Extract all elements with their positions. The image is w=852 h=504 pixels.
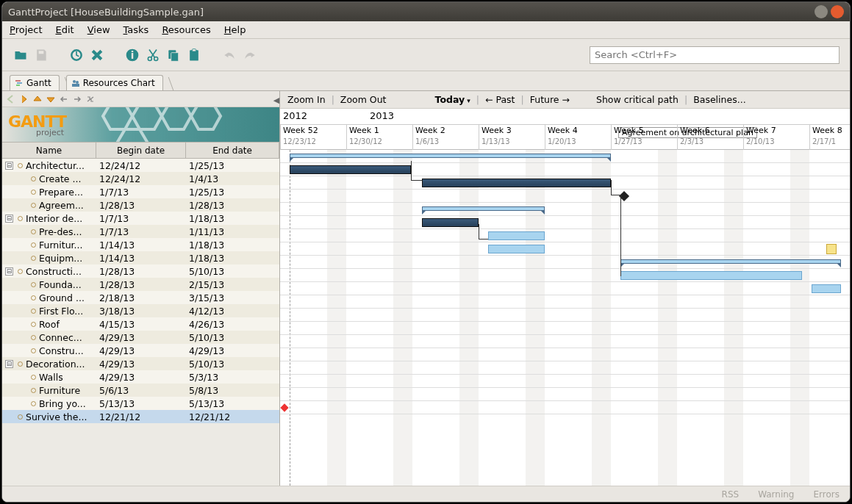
note-icon[interactable]: [826, 244, 837, 254]
past-button[interactable]: ← Past: [485, 94, 515, 105]
week-date: 1/13/13: [482, 137, 510, 145]
task-row[interactable]: ⊟Interior de...1/7/131/18/13: [2, 212, 279, 225]
expander-icon[interactable]: ⊟: [5, 360, 13, 368]
refresh-icon[interactable]: [68, 47, 85, 63]
task-bar[interactable]: [422, 218, 479, 227]
task-row[interactable]: Roof4/15/134/26/13: [2, 317, 279, 331]
status-rss[interactable]: RSS: [722, 489, 740, 500]
nav-back-icon[interactable]: [5, 93, 17, 105]
expander-icon[interactable]: ⊟: [5, 162, 13, 170]
critical-path-button[interactable]: Show critical path: [596, 94, 679, 105]
col-name[interactable]: Name: [2, 143, 96, 158]
task-row[interactable]: Agreem...1/28/131/28/13: [2, 198, 279, 212]
task-bullet-icon: [31, 176, 36, 181]
task-row[interactable]: Walls4/29/135/3/13: [2, 370, 279, 384]
task-row[interactable]: First Flo...3/18/134/12/13: [2, 304, 279, 317]
indent-icon[interactable]: [71, 93, 83, 105]
redo-icon[interactable]: [242, 47, 258, 63]
task-name: Interior de...: [26, 213, 82, 224]
task-row[interactable]: ⊟Architectur...12/24/121/25/13: [2, 159, 279, 172]
task-row[interactable]: Connec...4/29/135/10/13: [2, 331, 279, 344]
task-bullet-icon: [31, 295, 36, 300]
zoom-out-button[interactable]: Zoom Out: [340, 94, 387, 105]
task-row[interactable]: ⊟Decoration...4/29/135/10/13: [2, 357, 279, 370]
task-end: 12/21/12: [186, 411, 279, 422]
resources-icon: [71, 79, 80, 87]
menu-tasks[interactable]: Tasks: [123, 24, 149, 35]
future-button[interactable]: Future →: [530, 94, 570, 105]
open-icon[interactable]: [12, 47, 29, 63]
today-button[interactable]: Today: [435, 94, 470, 105]
baselines-button[interactable]: Baselines...: [693, 94, 745, 105]
gantt-chart[interactable]: [280, 150, 850, 486]
summary-bar[interactable]: [290, 154, 611, 158]
undo-icon[interactable]: [221, 47, 237, 63]
task-bar[interactable]: [488, 231, 545, 240]
task-row[interactable]: Equipm...1/14/131/18/13: [2, 251, 279, 264]
nav-down-icon[interactable]: [45, 93, 57, 105]
task-row[interactable]: Bring yo...5/13/135/13/13: [2, 397, 279, 410]
col-begin[interactable]: Begin date: [96, 143, 186, 158]
task-row[interactable]: Furniture5/6/135/8/13: [2, 384, 279, 397]
task-name: Constru...: [39, 345, 84, 356]
link-icon[interactable]: [85, 93, 96, 105]
task-row[interactable]: Create ...12/24/121/4/13: [2, 172, 279, 185]
task-row[interactable]: Survive the...12/21/1212/21/12: [2, 410, 279, 423]
task-bar[interactable]: [488, 245, 545, 253]
delete-icon[interactable]: [89, 47, 105, 63]
col-end[interactable]: End date: [186, 143, 279, 158]
menu-view[interactable]: View: [87, 24, 110, 35]
task-rows: ⊟Architectur...12/24/121/25/13Create ...…: [2, 159, 279, 423]
task-row[interactable]: Furnitur...1/14/131/18/13: [2, 238, 279, 251]
menu-help[interactable]: Help: [224, 24, 246, 35]
task-name: Survive the...: [26, 411, 87, 422]
status-warning[interactable]: Warning: [758, 489, 794, 500]
copy-icon[interactable]: [165, 47, 182, 63]
task-bullet-icon: [18, 361, 23, 367]
outdent-icon[interactable]: [58, 93, 70, 105]
svg-marker-19: [191, 107, 221, 129]
task-bullet-icon: [31, 229, 36, 234]
expander-icon[interactable]: ⊟: [5, 215, 13, 223]
search-input[interactable]: [590, 46, 840, 64]
close-button[interactable]: [831, 5, 844, 18]
menu-project[interactable]: Project: [10, 24, 43, 35]
info-icon[interactable]: i: [124, 47, 140, 63]
tab-resources[interactable]: Resources Chart: [66, 75, 163, 90]
expander-icon[interactable]: ⊟: [5, 267, 13, 276]
task-bar[interactable]: [290, 165, 411, 174]
tab-gantt[interactable]: Gantt: [10, 75, 60, 90]
task-name: Create ...: [39, 173, 81, 184]
status-errors[interactable]: Errors: [813, 489, 840, 500]
timeline[interactable]: 20122013Agreement on architectural plan …: [280, 109, 850, 150]
splitter-handle[interactable]: ◀: [273, 91, 280, 109]
task-row[interactable]: Ground ...2/18/133/15/13: [2, 291, 279, 304]
summary-bar[interactable]: [620, 259, 841, 264]
titlebar: GanttProject [HouseBuildingSample.gan]: [2, 2, 850, 21]
menu-edit[interactable]: Edit: [56, 24, 74, 35]
week-label: Week 1: [349, 126, 379, 135]
nav-up-icon[interactable]: [32, 93, 43, 105]
summary-bar[interactable]: [422, 206, 545, 211]
week-label: Week 2: [415, 126, 445, 135]
task-row[interactable]: Prepare...1/7/131/25/13: [2, 185, 279, 198]
zoom-in-button[interactable]: Zoom In: [287, 94, 326, 105]
task-bar[interactable]: [812, 284, 841, 293]
save-icon[interactable]: [33, 47, 49, 63]
task-row[interactable]: Constru...4/29/134/29/13: [2, 344, 279, 357]
task-bullet-icon: [31, 203, 36, 208]
minimize-button[interactable]: [815, 5, 828, 18]
task-end: 1/25/13: [186, 187, 279, 198]
cut-icon[interactable]: [145, 47, 161, 63]
task-row[interactable]: ⊟Constructi...1/28/135/10/13: [2, 264, 279, 278]
task-bar[interactable]: [422, 179, 611, 187]
task-row[interactable]: Founda...1/28/132/15/13: [2, 278, 279, 291]
week-date: 1/6/13: [415, 137, 439, 145]
nav-forward-icon[interactable]: [18, 93, 30, 105]
task-name: Decoration...: [26, 359, 85, 370]
menu-resources[interactable]: Resources: [162, 24, 210, 35]
paste-icon[interactable]: [186, 47, 202, 63]
task-bar[interactable]: [620, 271, 802, 280]
gantt-icon: [15, 79, 24, 87]
task-row[interactable]: Pre-des...1/7/131/11/13: [2, 225, 279, 238]
